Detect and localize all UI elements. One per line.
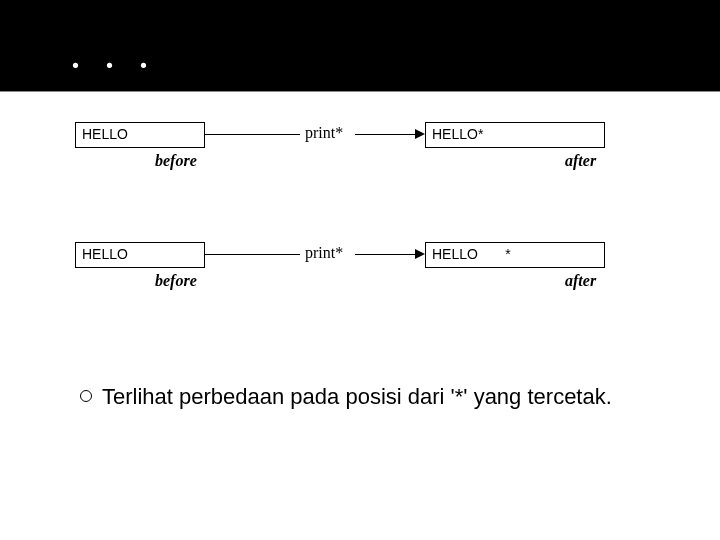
slide-header: . . . — [0, 0, 720, 92]
after-box: HELLO * — [425, 242, 605, 268]
operation-label: print* — [305, 124, 343, 142]
diagram-2: HELLO print* HELLO * before after — [75, 242, 660, 322]
after-label: after — [565, 272, 596, 290]
bullet-icon — [80, 390, 92, 402]
before-box: HELLO — [75, 242, 205, 268]
bullet-item: Terlihat perbedaan pada posisi dari '*' … — [80, 380, 660, 413]
operation-label: print* — [305, 244, 343, 262]
before-box: HELLO — [75, 122, 205, 148]
arrow-line — [355, 254, 417, 255]
arrow-icon — [415, 249, 425, 259]
bullet-text: Terlihat perbedaan pada posisi dari '*' … — [102, 380, 660, 413]
arrow-line — [355, 134, 417, 135]
connector-line — [205, 254, 300, 255]
arrow-icon — [415, 129, 425, 139]
after-label: after — [565, 152, 596, 170]
before-label: before — [155, 152, 197, 170]
after-box: HELLO* — [425, 122, 605, 148]
slide-content: HELLO print* HELLO* before after HELLO p… — [0, 92, 720, 322]
connector-line — [205, 134, 300, 135]
diagram-1: HELLO print* HELLO* before after — [75, 122, 660, 202]
before-label: before — [155, 272, 197, 290]
slide-title: . . . — [70, 28, 720, 79]
